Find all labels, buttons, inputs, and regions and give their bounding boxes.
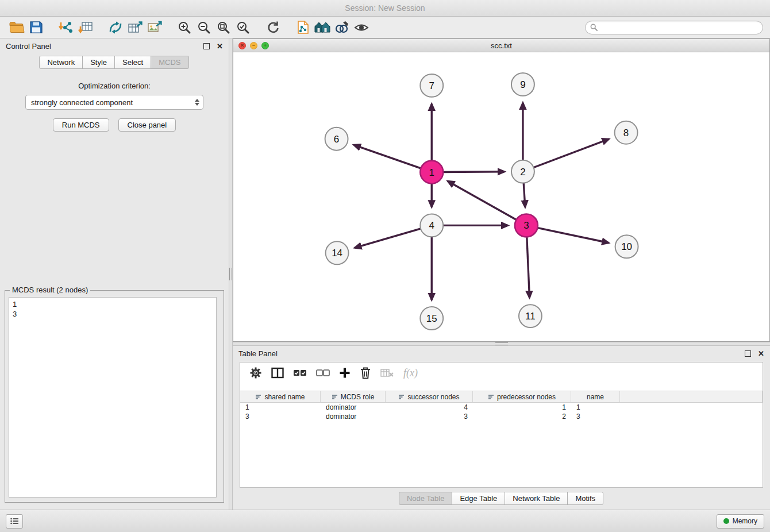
graph-node[interactable]: 15 bbox=[420, 307, 443, 330]
table-panel: Table Panel ✕ bbox=[233, 346, 770, 510]
cell-shared-name: 1 bbox=[240, 403, 321, 412]
refresh-view-icon[interactable] bbox=[263, 19, 283, 36]
column-header-mcds-role[interactable]: MCDS role bbox=[321, 391, 386, 402]
export-image-icon[interactable] bbox=[145, 19, 164, 36]
cell-predecessor-nodes: 1 bbox=[473, 403, 571, 412]
tab-style[interactable]: Style bbox=[82, 56, 115, 69]
tab-select[interactable]: Select bbox=[114, 56, 151, 69]
table-panel-content: f(x) shared name MCDS role bbox=[240, 362, 763, 488]
graph-node-label: 6 bbox=[334, 134, 339, 145]
function-builder-icon: f(x) bbox=[403, 367, 418, 379]
table-panel-title: Table Panel bbox=[238, 349, 278, 358]
delete-column-icon[interactable] bbox=[360, 367, 371, 379]
zoom-selected-icon[interactable] bbox=[233, 19, 253, 36]
memory-button[interactable]: Memory bbox=[717, 514, 764, 529]
graph-node[interactable]: 4 bbox=[420, 214, 443, 237]
zoom-out-icon[interactable] bbox=[194, 19, 214, 36]
graph-node[interactable]: 2 bbox=[511, 160, 534, 183]
application-window: Session: New Session bbox=[0, 0, 770, 532]
cell-predecessor-nodes: 2 bbox=[473, 412, 571, 421]
create-column-icon[interactable] bbox=[339, 367, 351, 379]
graph-node[interactable]: 8 bbox=[615, 121, 638, 144]
split-panel-icon[interactable] bbox=[271, 367, 284, 379]
network-tools-icon[interactable] bbox=[106, 19, 125, 36]
float-panel-icon[interactable] bbox=[203, 43, 210, 49]
graph-node-label: 14 bbox=[332, 248, 342, 259]
mcds-result-title: MCDS result (2 nodes) bbox=[10, 286, 90, 294]
zoom-window-icon[interactable]: + bbox=[261, 42, 269, 49]
table-empty-area bbox=[240, 421, 763, 487]
tab-network[interactable]: Network bbox=[39, 56, 83, 69]
vertical-splitter[interactable] bbox=[229, 38, 233, 510]
run-mcds-button[interactable]: Run MCDS bbox=[53, 118, 109, 132]
column-icon bbox=[488, 394, 494, 400]
tab-node-table[interactable]: Node Table bbox=[399, 492, 453, 505]
task-history-button[interactable] bbox=[6, 514, 23, 529]
export-table-icon[interactable] bbox=[125, 19, 145, 36]
graph-node-label: 7 bbox=[429, 80, 434, 91]
show-graphics-details-icon[interactable] bbox=[352, 19, 371, 36]
graph-node[interactable]: 6 bbox=[325, 128, 348, 151]
search-box[interactable] bbox=[585, 21, 763, 34]
select-all-rows-icon[interactable] bbox=[293, 368, 307, 377]
close-table-panel-icon[interactable]: ✕ bbox=[758, 350, 764, 357]
column-header-predecessor-nodes[interactable]: predecessor nodes bbox=[473, 391, 571, 402]
mcds-result-group: MCDS result (2 nodes) 1 3 bbox=[5, 290, 224, 503]
graph-node[interactable]: 9 bbox=[511, 73, 534, 96]
zoom-fit-icon[interactable] bbox=[214, 19, 233, 36]
graph-node-label: 11 bbox=[525, 311, 536, 322]
graph-node-label: 3 bbox=[523, 220, 529, 231]
graph-node[interactable]: 10 bbox=[615, 235, 638, 258]
save-session-icon[interactable] bbox=[26, 19, 46, 36]
network-window-title: scc.txt bbox=[233, 41, 769, 50]
table-row[interactable]: 3 dominator 3 2 3 bbox=[240, 412, 763, 421]
graph-node[interactable]: 11 bbox=[519, 304, 542, 327]
zoom-in-icon[interactable] bbox=[175, 19, 194, 36]
graph-node[interactable]: 1 bbox=[420, 161, 443, 184]
cell-mcds-role: dominator bbox=[321, 403, 386, 412]
network-canvas[interactable]: 7968124314101511 bbox=[233, 52, 769, 341]
table-settings-icon[interactable] bbox=[249, 367, 262, 379]
style-editor-icon[interactable] bbox=[332, 19, 352, 36]
tab-edge-table[interactable]: Edge Table bbox=[452, 492, 505, 505]
control-panel: Control Panel ✕ Network Style Select MCD… bbox=[0, 38, 229, 510]
close-panel-icon[interactable]: ✕ bbox=[217, 43, 223, 50]
main-area: Control Panel ✕ Network Style Select MCD… bbox=[0, 38, 770, 510]
open-session-icon[interactable] bbox=[7, 19, 26, 36]
criterion-dropdown[interactable]: strongly connected component bbox=[25, 95, 203, 110]
close-window-icon[interactable]: ✕ bbox=[238, 42, 246, 49]
network-from-selection-icon[interactable] bbox=[293, 19, 313, 36]
column-header-successor-nodes[interactable]: successor nodes bbox=[386, 391, 473, 402]
import-table-icon[interactable] bbox=[76, 19, 95, 36]
minimize-window-icon[interactable]: − bbox=[250, 42, 257, 49]
column-header-name[interactable]: name bbox=[571, 391, 620, 402]
network-graph[interactable]: 7968124314101511 bbox=[233, 52, 769, 341]
search-input[interactable] bbox=[600, 23, 758, 32]
mcds-result-value: 3 bbox=[13, 309, 213, 319]
home-icon[interactable] bbox=[313, 19, 332, 36]
column-header-shared-name[interactable]: shared name bbox=[240, 391, 321, 402]
column-header-filler bbox=[620, 391, 763, 402]
list-icon bbox=[10, 518, 19, 525]
tab-motifs[interactable]: Motifs bbox=[567, 492, 603, 505]
window-title: Session: New Session bbox=[345, 3, 425, 13]
optimization-criterion-label: Optimization criterion: bbox=[0, 82, 229, 90]
table-row[interactable]: 1 dominator 4 1 1 bbox=[240, 403, 763, 412]
delete-table-icon bbox=[380, 368, 394, 378]
deselect-all-rows-icon[interactable] bbox=[316, 368, 330, 377]
graph-node-label: 15 bbox=[426, 313, 437, 324]
main-toolbar bbox=[0, 17, 770, 38]
memory-status-icon bbox=[723, 518, 729, 524]
graph-node-label: 4 bbox=[429, 220, 434, 231]
close-panel-button[interactable]: Close panel bbox=[118, 118, 176, 132]
search-icon bbox=[590, 24, 598, 31]
float-table-panel-icon[interactable] bbox=[745, 350, 751, 357]
graph-node[interactable]: 7 bbox=[420, 74, 443, 97]
graph-node[interactable]: 3 bbox=[515, 214, 538, 237]
table-tabs: Node Table Edge Table Network Table Moti… bbox=[233, 492, 770, 505]
graph-node[interactable]: 14 bbox=[326, 241, 349, 264]
tab-mcds[interactable]: MCDS bbox=[151, 56, 188, 69]
horizontal-splitter[interactable] bbox=[233, 342, 770, 346]
tab-network-table[interactable]: Network Table bbox=[505, 492, 568, 505]
import-network-icon[interactable] bbox=[56, 19, 76, 36]
